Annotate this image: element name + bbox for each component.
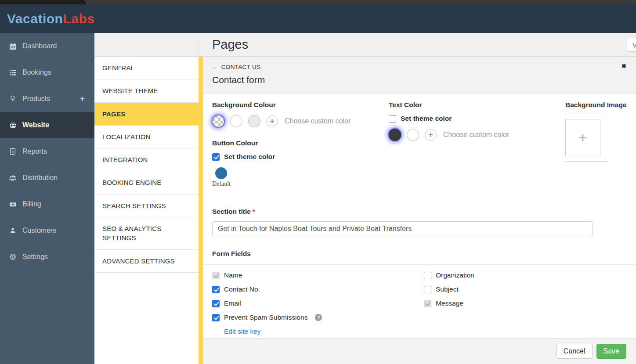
sidebar-item-label: Distribution bbox=[22, 174, 58, 182]
sidebar-item-customers[interactable]: Customers bbox=[0, 217, 94, 244]
close-icon[interactable]: ✖ bbox=[622, 63, 626, 69]
users-icon bbox=[7, 174, 18, 182]
tab-seo-analytics-settings[interactable]: SEO & ANALYTICS SETTINGS bbox=[94, 217, 199, 250]
back-arrow-icon: ← bbox=[212, 64, 218, 70]
add-product-icon[interactable]: + bbox=[80, 94, 87, 104]
field-row-email: Email bbox=[212, 299, 424, 307]
prevent-spam-checkbox[interactable] bbox=[212, 314, 220, 321]
globe-icon bbox=[7, 122, 18, 129]
tab-label: LOCALIZATION bbox=[102, 133, 151, 141]
sidebar-item-dashboard[interactable]: Dashboard bbox=[0, 33, 94, 59]
tab-label: SEARCH SETTINGS bbox=[102, 202, 166, 209]
tab-label: ADVANCED SETTINGS bbox=[102, 257, 175, 265]
help-icon[interactable]: ? bbox=[315, 314, 322, 321]
sidebar-item-reports[interactable]: x Reports bbox=[0, 138, 94, 165]
sidebar-item-settings[interactable]: ⚙ Settings bbox=[0, 244, 94, 270]
stripe-bar bbox=[199, 57, 203, 364]
name-checkbox bbox=[212, 272, 220, 279]
email-checkbox[interactable] bbox=[212, 300, 220, 307]
set-theme-color-label: Set theme color bbox=[401, 115, 452, 123]
report-file-icon: x bbox=[7, 148, 18, 155]
sidebar-item-billing[interactable]: Billing bbox=[0, 191, 94, 217]
money-icon bbox=[7, 201, 18, 208]
tab-advanced-settings[interactable]: ADVANCED SETTINGS bbox=[94, 250, 199, 273]
calendar-icon bbox=[7, 43, 18, 50]
sidebar-item-label: Website bbox=[22, 121, 49, 129]
divider bbox=[203, 264, 636, 265]
plus-icon: + bbox=[578, 129, 587, 146]
field-label: Contact No. bbox=[224, 285, 260, 293]
tab-label: GENERAL bbox=[102, 64, 134, 72]
gear-icon: ⚙ bbox=[7, 253, 18, 261]
sidebar-item-label: Customers bbox=[22, 227, 56, 234]
view-website-label: V bbox=[632, 41, 636, 49]
sidebar-item-distribution[interactable]: Distribution bbox=[0, 165, 94, 191]
tab-search-settings[interactable]: SEARCH SETTINGS bbox=[94, 195, 199, 217]
swatch-transparent[interactable] bbox=[212, 115, 224, 127]
lightbulb-icon bbox=[7, 95, 18, 102]
cancel-button[interactable]: Cancel bbox=[556, 344, 593, 359]
text-color-swatches: + Choose custom color bbox=[389, 129, 565, 141]
field-row-prevent-spam: Prevent Spam Submissions ? bbox=[212, 314, 424, 321]
sidebar-item-label: Products bbox=[22, 95, 50, 103]
field-row-name: Name bbox=[212, 271, 424, 279]
add-color-icon[interactable]: + bbox=[266, 115, 278, 127]
main-content: Pages V ← CONTACT US Contact form ✖ Back… bbox=[203, 33, 636, 364]
organization-checkbox[interactable] bbox=[424, 272, 431, 279]
default-swatch-label: Default bbox=[212, 180, 389, 187]
contact-form-panel-header: ← CONTACT US Contact form ✖ bbox=[203, 57, 636, 94]
tab-label: WEBSITE THEME bbox=[102, 87, 158, 94]
add-color-icon[interactable]: + bbox=[425, 129, 437, 141]
swatch-white[interactable] bbox=[407, 129, 419, 141]
text-color-label: Text Color bbox=[389, 101, 565, 109]
logo-text-labs: Labs bbox=[63, 11, 94, 26]
page-title: Pages bbox=[212, 37, 248, 52]
background-image-upload[interactable]: + bbox=[565, 119, 600, 156]
sidebar-item-label: Billing bbox=[22, 200, 41, 208]
back-to-contact-us-link[interactable]: ← CONTACT US bbox=[212, 64, 260, 70]
set-theme-color-checkbox[interactable] bbox=[389, 115, 396, 123]
field-row-subject: Subject bbox=[424, 285, 474, 293]
field-label: Message bbox=[436, 299, 463, 307]
tab-label: BOOKING ENGINE bbox=[102, 179, 162, 186]
tab-localization[interactable]: LOCALIZATION bbox=[94, 126, 199, 148]
sidebar-item-products[interactable]: Products + bbox=[0, 86, 94, 112]
button-colour-label: Button Colour bbox=[212, 139, 389, 147]
field-label: Subject bbox=[436, 285, 459, 293]
swatch-light-gray[interactable] bbox=[248, 115, 260, 127]
back-label: CONTACT US bbox=[221, 64, 261, 70]
panel-footer: Cancel Save bbox=[203, 338, 636, 364]
save-button[interactable]: Save bbox=[596, 344, 626, 359]
tab-integration[interactable]: INTEGRATION bbox=[94, 148, 199, 171]
theme-default-color-swatch[interactable] bbox=[215, 167, 227, 179]
swatch-dark[interactable] bbox=[389, 129, 401, 141]
tab-website-theme[interactable]: WEBSITE THEME bbox=[94, 79, 199, 102]
edit-site-key-link[interactable]: Edit site key bbox=[224, 328, 261, 335]
accent-stripe bbox=[199, 33, 203, 364]
view-website-button[interactable]: V bbox=[627, 38, 636, 52]
set-theme-color-label: Set theme color bbox=[224, 153, 275, 161]
sidebar-item-bookings[interactable]: Bookings bbox=[0, 59, 94, 86]
choose-custom-color-label[interactable]: Choose custom color bbox=[443, 131, 509, 139]
section-title-input[interactable] bbox=[212, 221, 593, 236]
message-checkbox bbox=[424, 300, 431, 307]
sidebar-item-label: Reports bbox=[22, 148, 47, 155]
contact-no-checkbox[interactable] bbox=[212, 286, 220, 293]
divider bbox=[565, 161, 608, 162]
tab-general[interactable]: GENERAL bbox=[94, 57, 199, 79]
sidebar-item-label: Dashboard bbox=[22, 42, 57, 50]
choose-custom-color-label[interactable]: Choose custom color bbox=[285, 117, 351, 125]
subject-checkbox[interactable] bbox=[424, 286, 431, 293]
set-theme-color-checkbox[interactable] bbox=[212, 153, 220, 161]
background-colour-swatches: + Choose custom color bbox=[212, 115, 389, 127]
field-row-contact-no: Contact No. bbox=[212, 285, 424, 293]
vacationlabs-logo[interactable]: VacationLabs bbox=[7, 11, 94, 26]
required-asterisk: * bbox=[253, 208, 255, 215]
tab-booking-engine[interactable]: BOOKING ENGINE bbox=[94, 171, 199, 194]
sidebar-item-website[interactable]: Website bbox=[0, 112, 94, 138]
swatch-white[interactable] bbox=[230, 115, 242, 127]
stripe-header-spacer bbox=[199, 33, 203, 57]
tab-pages[interactable]: PAGES bbox=[94, 103, 199, 126]
field-row-message: Message bbox=[424, 299, 474, 307]
section-title-label: Section title* bbox=[212, 208, 627, 216]
